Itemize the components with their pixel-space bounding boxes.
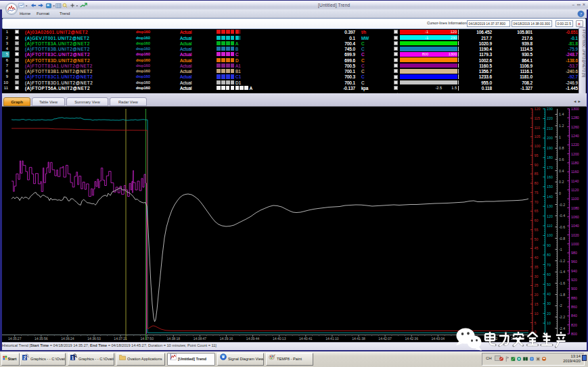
svg-text:880: 880 — [571, 296, 577, 300]
svg-text:0.6: 0.6 — [559, 157, 564, 162]
svg-text:0.8: 0.8 — [559, 146, 564, 150]
svg-text:-1.4: -1.4 — [559, 270, 565, 274]
svg-text:14:35:27: 14:35:27 — [8, 337, 22, 341]
svg-text:170: 170 — [547, 166, 553, 170]
svg-text:920: 920 — [571, 278, 577, 282]
svg-text:-0.6: -0.6 — [559, 225, 565, 229]
svg-text:-2: -2 — [559, 303, 562, 308]
svg-text:14:43:04: 14:43:04 — [432, 337, 445, 341]
svg-text:980: 980 — [571, 251, 577, 255]
svg-text:10: 10 — [535, 312, 539, 316]
svg-text:1160: 1160 — [571, 170, 579, 174]
svg-text:-0.2: -0.2 — [559, 203, 565, 207]
svg-text:0.4: 0.4 — [559, 169, 564, 173]
svg-text:50: 50 — [535, 237, 539, 241]
svg-text:30: 30 — [547, 301, 551, 305]
svg-text:180: 180 — [547, 155, 553, 160]
svg-text:1180: 1180 — [571, 161, 579, 165]
svg-text:1.2: 1.2 — [559, 124, 564, 128]
svg-text:110: 110 — [547, 224, 552, 228]
svg-text:1.4: 1.4 — [559, 112, 564, 116]
svg-text:1120: 1120 — [571, 188, 579, 192]
svg-text:210: 210 — [547, 126, 553, 130]
svg-text:190: 190 — [547, 146, 553, 150]
svg-text:1040: 1040 — [571, 224, 579, 228]
svg-text:60: 60 — [535, 218, 539, 222]
svg-text:70: 70 — [535, 200, 539, 204]
svg-text:65: 65 — [535, 209, 539, 213]
svg-text:0.2: 0.2 — [559, 180, 564, 184]
svg-text:14:41:10: 14:41:10 — [325, 337, 339, 341]
svg-text:14:38:47: 14:38:47 — [194, 337, 207, 341]
svg-text:75: 75 — [535, 191, 539, 195]
svg-text:1260: 1260 — [571, 125, 579, 129]
svg-text:14:42:36: 14:42:36 — [405, 337, 418, 341]
svg-text:80: 80 — [547, 253, 551, 257]
svg-text:85: 85 — [535, 172, 539, 176]
svg-text:100: 100 — [535, 144, 541, 148]
svg-text:-0.8: -0.8 — [559, 237, 565, 241]
svg-text:150: 150 — [547, 185, 553, 189]
svg-text:50: 50 — [547, 283, 551, 287]
svg-text:1020: 1020 — [571, 233, 579, 237]
svg-text:55: 55 — [535, 228, 539, 232]
svg-text:0: 0 — [559, 191, 561, 195]
svg-text:940: 940 — [571, 269, 577, 273]
svg-text:1220: 1220 — [571, 143, 579, 147]
svg-text:1: 1 — [559, 135, 561, 139]
svg-text:20: 20 — [535, 293, 539, 297]
svg-text:840: 840 — [571, 314, 577, 318]
svg-text:-1.2: -1.2 — [559, 259, 565, 263]
svg-text:14:39:16: 14:39:16 — [220, 337, 233, 341]
svg-text:1000: 1000 — [571, 242, 579, 246]
svg-text:45: 45 — [535, 246, 539, 250]
svg-text:110: 110 — [535, 126, 540, 130]
svg-text:-0.4: -0.4 — [559, 214, 565, 218]
svg-text:200: 200 — [547, 136, 553, 140]
svg-text:14:37:50: 14:37:50 — [140, 337, 154, 341]
svg-text:-1.8: -1.8 — [559, 293, 565, 297]
svg-text:1140: 1140 — [571, 179, 579, 183]
svg-text:120: 120 — [547, 214, 553, 218]
svg-text:70: 70 — [547, 263, 551, 267]
svg-text:15: 15 — [535, 302, 539, 306]
svg-text:40: 40 — [547, 292, 551, 296]
svg-text:-1: -1 — [559, 247, 562, 251]
svg-text:-2.2: -2.2 — [559, 315, 565, 319]
svg-text:100: 100 — [547, 233, 553, 237]
svg-text:1300: 1300 — [571, 107, 579, 111]
svg-text:14:40:13: 14:40:13 — [273, 337, 286, 341]
svg-text:14:40:41: 14:40:41 — [299, 337, 313, 341]
svg-text:14:36:53: 14:36:53 — [87, 337, 101, 341]
svg-text:130: 130 — [547, 204, 553, 208]
svg-text:860: 860 — [571, 305, 577, 309]
svg-text:1240: 1240 — [571, 134, 579, 138]
svg-text:25: 25 — [535, 283, 539, 287]
svg-text:1200: 1200 — [571, 152, 579, 156]
svg-text:90: 90 — [535, 163, 539, 167]
svg-text:30: 30 — [535, 274, 539, 278]
svg-text:95: 95 — [535, 153, 539, 157]
svg-text:220: 220 — [547, 116, 553, 120]
svg-text:20: 20 — [547, 312, 551, 316]
svg-text:105: 105 — [535, 134, 541, 139]
svg-text:1280: 1280 — [571, 116, 579, 120]
svg-text:14:41:38: 14:41:38 — [352, 337, 365, 341]
svg-text:-1.6: -1.6 — [559, 281, 565, 285]
svg-text:14:36:24: 14:36:24 — [61, 337, 74, 341]
svg-text:40: 40 — [535, 255, 539, 260]
svg-text:900: 900 — [571, 287, 577, 291]
svg-text:120: 120 — [535, 107, 541, 111]
svg-text:140: 140 — [547, 195, 553, 199]
svg-text:160: 160 — [547, 175, 553, 179]
svg-text:14:39:44: 14:39:44 — [246, 337, 260, 341]
svg-text:1100: 1100 — [571, 197, 579, 201]
svg-text:230: 230 — [547, 107, 553, 111]
svg-text:80: 80 — [535, 181, 539, 185]
svg-text:115: 115 — [535, 116, 540, 120]
svg-text:1080: 1080 — [571, 206, 579, 210]
svg-text:14:35:56: 14:35:56 — [35, 337, 48, 341]
svg-text:14:38:18: 14:38:18 — [167, 337, 181, 341]
svg-text:90: 90 — [547, 243, 551, 247]
svg-text:14:37:21: 14:37:21 — [114, 337, 127, 341]
